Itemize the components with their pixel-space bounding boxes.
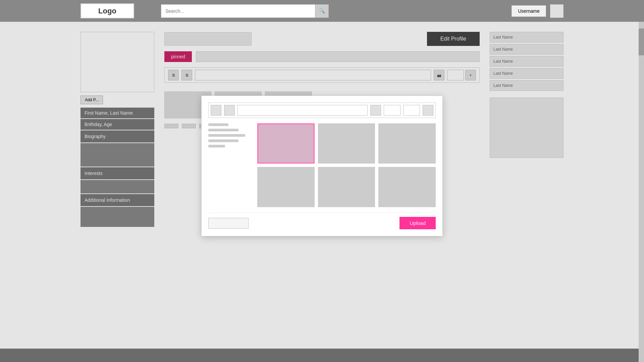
grid-item-4[interactable] bbox=[257, 167, 315, 207]
grid-item-1[interactable] bbox=[257, 123, 315, 164]
image-grid bbox=[257, 123, 436, 207]
modal-btn-2[interactable] bbox=[224, 105, 235, 116]
modal-small-1[interactable] bbox=[384, 105, 400, 116]
modal-btn-3[interactable] bbox=[370, 105, 381, 116]
search-button[interactable]: 🔍 bbox=[315, 4, 329, 18]
line-5 bbox=[208, 145, 225, 147]
line-1 bbox=[208, 123, 228, 126]
modal-btn-4[interactable] bbox=[423, 105, 433, 116]
avatar bbox=[550, 4, 564, 18]
modal-btn-1[interactable] bbox=[211, 105, 221, 116]
line-4 bbox=[208, 139, 238, 142]
header-right: Username bbox=[512, 4, 564, 18]
header: Logo 🔍 Username bbox=[0, 0, 644, 22]
image-picker-modal: Upload bbox=[201, 96, 443, 236]
filename-input[interactable] bbox=[208, 218, 249, 229]
modal-toolbar bbox=[208, 103, 436, 118]
logo: Logo bbox=[80, 3, 134, 18]
search-icon: 🔍 bbox=[319, 8, 325, 13]
search-input[interactable] bbox=[161, 4, 315, 18]
grid-item-3[interactable] bbox=[378, 123, 436, 164]
modal-footer: Upload bbox=[208, 213, 436, 229]
grid-item-6[interactable] bbox=[378, 167, 436, 207]
modal-small-2[interactable] bbox=[403, 105, 420, 116]
modal-overlay: Upload bbox=[0, 22, 644, 362]
username-button[interactable]: Username bbox=[512, 5, 546, 17]
upload-button[interactable]: Upload bbox=[399, 217, 436, 229]
line-2 bbox=[208, 129, 238, 131]
modal-body bbox=[208, 123, 436, 207]
modal-search-input[interactable] bbox=[237, 105, 368, 116]
search-bar: 🔍 bbox=[161, 4, 329, 18]
modal-left-panel bbox=[208, 123, 252, 207]
grid-item-2[interactable] bbox=[318, 123, 375, 164]
grid-item-5[interactable] bbox=[318, 167, 375, 207]
line-3 bbox=[208, 134, 245, 137]
